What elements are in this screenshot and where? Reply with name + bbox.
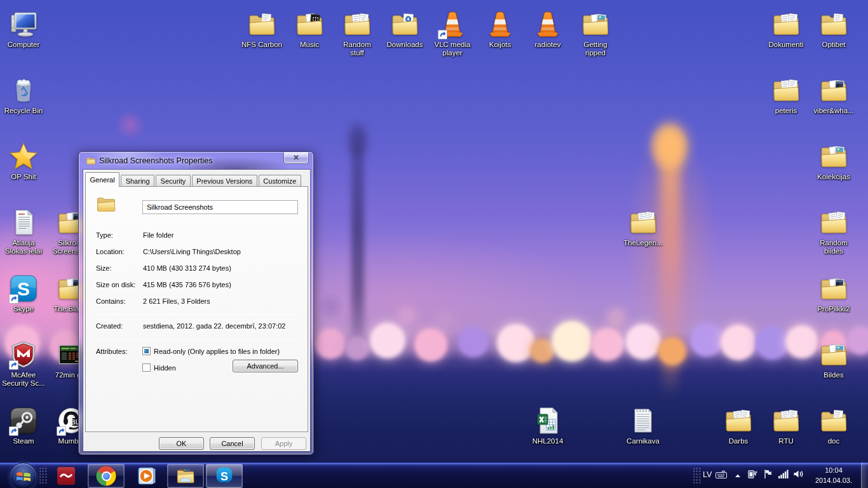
icon-label-line: Darbs (714, 437, 763, 445)
action-center-flag-icon[interactable] (764, 469, 773, 482)
apply-button[interactable]: Apply (261, 437, 306, 450)
desktop-icon-doc[interactable]: doc (810, 405, 858, 445)
bokeh-light (756, 327, 789, 360)
icon-label: Bildes (810, 371, 858, 379)
icon-label: Randomstuff (333, 41, 381, 57)
desktop-icon-rtu[interactable]: RTU (762, 405, 810, 445)
tab-customize[interactable]: Customize (259, 175, 301, 187)
power-plug-icon[interactable] (748, 469, 757, 482)
icon-label-line: Carnikava (619, 437, 667, 445)
info-label: Size on disk: (96, 280, 135, 290)
desktop-icon-bildes[interactable]: Bildes (810, 339, 858, 379)
desktop-icon-music[interactable]: Music (285, 9, 334, 49)
folder-docs-icon (628, 207, 658, 238)
icon-label: Gettingripped (571, 41, 620, 57)
show-desktop-button[interactable] (861, 463, 868, 488)
folder-name-input[interactable]: Silkroad Screenshots (142, 200, 298, 214)
advanced-button[interactable]: Advanced... (233, 360, 298, 372)
info-value: 415 MB (435 736 576 bytes) (143, 280, 231, 290)
desktop-icon-thelegen[interactable]: TheLegen... (619, 207, 667, 247)
info-label: Type: (96, 230, 113, 240)
tab-security[interactable]: Security (156, 175, 191, 187)
desktop-icon-mcafee[interactable]: McAfeeSecurity Sc... (0, 339, 48, 388)
info-row-sizeondisk: Size on disk: 415 MB (435 736 576 bytes) (86, 280, 308, 290)
properties-dialog: Silkroad Screenshots Properties ✕ Genera… (78, 151, 314, 455)
taskbar-button-explorer[interactable] (167, 464, 204, 488)
desktop-icon-downloads[interactable]: Downloads (381, 9, 429, 49)
folder-docs-icon (771, 75, 801, 105)
tab-general[interactable]: General (85, 172, 119, 187)
cancel-button[interactable]: Cancel (210, 437, 255, 450)
icon-label-line: viber&wha... (810, 107, 858, 115)
desktop-icon-peteris[interactable]: peteris (762, 75, 810, 115)
close-button[interactable]: ✕ (283, 152, 309, 164)
desktop-icon-nhl2014[interactable]: NHL2014 (524, 405, 572, 445)
wallpaper-tower-reflection (662, 360, 679, 398)
info-value: C:\Users\Living Things\Desktop (143, 247, 241, 257)
network-icon[interactable] (778, 470, 789, 481)
volume-icon[interactable] (794, 470, 804, 481)
taskbar-button-app-tilde[interactable] (57, 464, 76, 488)
dialog-title: Silkroad Screenshots Properties (99, 156, 213, 165)
icon-label-line: ProPilkki2 (810, 305, 858, 313)
desktop-icon-koijots[interactable]: Koijots (476, 9, 524, 49)
desktop-icon-recycle-bin[interactable]: Recycle Bin (0, 75, 48, 115)
taskbar-clock[interactable]: 10:04 2014.04.03. (811, 465, 857, 485)
desktop-icon-darbs[interactable]: Darbs (714, 405, 763, 445)
folder-icon (86, 156, 96, 166)
dialog-tabs: GeneralSharingSecurityPrevious VersionsC… (85, 172, 302, 187)
desktop-icon-skype[interactable]: S Skype (0, 273, 48, 313)
taskbar-separator-dots (39, 467, 47, 485)
desktop-icon-op-shit[interactable]: OP Shit (0, 141, 48, 181)
tab-previous-versions[interactable]: Previous Versions (192, 175, 257, 187)
created-label: Created: (96, 321, 123, 331)
desktop-icon-dokumenti[interactable]: Dokumenti (762, 9, 810, 49)
desktop-icon-optibet[interactable]: Optibet (810, 9, 858, 49)
icon-label: radiotev (524, 41, 572, 49)
desktop-icon-random-bildes[interactable]: Randombildes (810, 207, 858, 255)
taskbar-button-skype[interactable]: S (206, 464, 243, 488)
folder-shot-icon (818, 273, 849, 304)
icon-label-line: NFS Carbon (238, 41, 286, 49)
desktop-icon-nfs-carbon[interactable]: NFS Carbon (238, 9, 286, 49)
icon-label: peteris (762, 107, 810, 115)
info-label: Contains: (96, 296, 125, 306)
desktop-icon-random-stuff[interactable]: Randomstuff (333, 9, 381, 57)
start-button[interactable] (10, 463, 37, 488)
dialog-titlebar[interactable]: Silkroad Screenshots Properties ✕ (79, 152, 313, 170)
desktop-icon-vlc[interactable]: VLC mediaplayer (428, 9, 477, 57)
dialog-body: GeneralSharingSecurityPrevious VersionsC… (83, 170, 310, 451)
desktop-icon-propilkki2[interactable]: ProPilkki2 (810, 273, 858, 313)
folder-docs-icon (342, 9, 372, 39)
taskbar-button-chrome[interactable] (88, 464, 125, 488)
icon-label-line: bildes (810, 247, 858, 255)
desktop-icon-steam[interactable]: Steam (0, 405, 48, 445)
desktop-icon-viber-wha[interactable]: viber&wha... (810, 75, 858, 115)
icon-label: RTU (762, 437, 810, 445)
bokeh-light (345, 336, 369, 360)
folder-paper-icon (818, 9, 849, 39)
icon-label: Steam (0, 437, 48, 445)
bokeh-light (315, 329, 346, 359)
chevron-up-icon[interactable] (735, 470, 741, 481)
bokeh-light (438, 313, 451, 325)
desktop-icon-radiotev[interactable]: radiotev (524, 9, 572, 49)
desktop-icon-kolekcijas[interactable]: Kolekcijas (810, 141, 858, 181)
hidden-checkbox[interactable] (142, 363, 151, 372)
readonly-checkbox[interactable] (142, 347, 151, 355)
desktop-icon-getting-ripped[interactable]: Gettingripped (571, 9, 620, 57)
icon-label-line: Bildes (810, 371, 858, 379)
keyboard-icon[interactable] (715, 470, 727, 481)
language-indicator[interactable]: LV (703, 470, 712, 479)
taskbar-button-wmp[interactable] (137, 464, 156, 488)
icon-label-line: peteris (762, 107, 810, 115)
desktop-icon-atlauja[interactable]: AtlaujaSlokas ielai (0, 207, 48, 255)
desktop-icon-computer[interactable]: Computer (0, 9, 48, 49)
icon-label-line: McAfee (0, 371, 48, 379)
desktop-icon-carnikava[interactable]: Carnikava (619, 405, 667, 445)
vlc-icon (437, 9, 468, 39)
tab-sharing[interactable]: Sharing (121, 175, 154, 187)
ok-button[interactable]: OK (159, 437, 204, 450)
skype-icon: S (8, 273, 39, 304)
created-value: sestdiena, 2012. gada 22. decembrī, 23:0… (143, 321, 285, 331)
